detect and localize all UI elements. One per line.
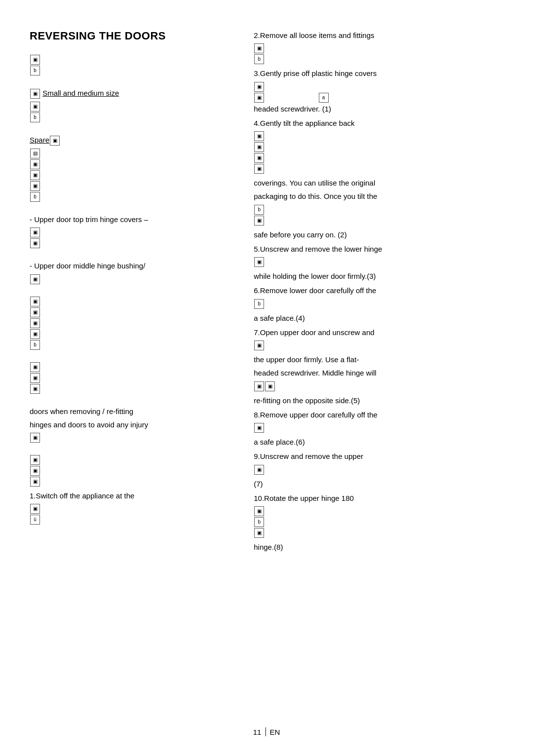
icon-r7-3: ▣ [265, 381, 275, 391]
icon-r7-2: ▣ [254, 381, 264, 391]
safe6-block: a safe place.(6) [254, 436, 503, 448]
step3-block: 3.Gently prise off plastic hinge covers … [254, 68, 503, 114]
icon-r10-2: b [254, 517, 264, 527]
step7-text: 7.Open upper door and unscrew and [254, 327, 503, 338]
coverings-text-1: coverings. You can utilise the original [254, 177, 503, 189]
step4-block: 4.Gently tilt the appliance back ▣ ▣ ▣ ▣ [254, 117, 503, 174]
doors-text-1: doors when removing / re-fitting [30, 406, 229, 417]
safe2-text: safe before you carry on. (2) [254, 229, 503, 240]
icon-spare-4: ▣ [30, 181, 40, 191]
icon-a5: b [30, 340, 40, 350]
icon-1b: b [30, 66, 40, 76]
while-block: while holding the lower door firmly.(3) [254, 270, 503, 282]
step8-text: 8.Remove upper door carefully off the [254, 409, 503, 420]
icon-doors-1: ▣ [30, 433, 40, 443]
icon-r4-1: ▣ [254, 131, 264, 141]
small-medium-text: ▣ Small and medium size [30, 87, 229, 99]
spare-icon: ▣ [50, 136, 60, 146]
icon-r2-2: b [254, 54, 264, 64]
icon-spare-1: ▤ [30, 149, 40, 158]
icon-r10-3: ▣ [254, 528, 264, 538]
hinge-block: hinge.(8) [254, 541, 503, 553]
upper-door-top-block: - Upper door top trim hinge covers – ▣ ▣ [30, 214, 229, 249]
icon-r4-2: ▣ [254, 142, 264, 152]
icon-r2-1: ▣ [254, 43, 264, 53]
step1-block: 1.Switch off the appliance at the ▣ ü [30, 490, 229, 525]
safe2-block: safe before you carry on. (2) [254, 229, 503, 240]
icon-c3: ▣ [30, 477, 40, 487]
icon-r6-1: b [254, 299, 264, 309]
icon-step1-2: ü [30, 515, 40, 525]
language-code: EN [269, 728, 280, 736]
footer-divider [265, 727, 266, 736]
headed-screwdriver-text: headed screwdriver. (1) [254, 103, 503, 114]
icon-r4-4: ▣ [254, 164, 264, 174]
icon-spare-2: ▣ [30, 159, 40, 169]
icon-a4: ▣ [30, 329, 40, 339]
page-number: 11 [253, 728, 262, 736]
icon-udm-1: ▣ [30, 274, 40, 284]
icon-b3: ▣ [30, 384, 40, 394]
refitting-block: re-fitting on the opposite side.(5) [254, 395, 503, 406]
icon-sm-prefix: ▣ [30, 89, 40, 99]
icon-r10-1: ▣ [254, 506, 264, 516]
safe4-text: a safe place.(4) [254, 312, 503, 324]
icon-b1: ▣ [30, 362, 40, 372]
small-medium-block: ▣ Small and medium size ▣ b [30, 87, 229, 123]
page-container: REVERSING THE DOORS ▣ b ▣ Small and medi… [0, 0, 533, 756]
step10-text: 10.Rotate the upper hinge 180 [254, 492, 503, 504]
icon-spare-5: b [30, 192, 40, 202]
icon-udt-1: ▣ [30, 227, 40, 237]
spare-block: Spare▣ ▤ ▣ ▣ ▣ b [30, 134, 229, 202]
upper-door-middle-block: - Upper door middle hinge bushing/ ▣ [30, 260, 229, 284]
step4-text: 4.Gently tilt the appliance back [254, 117, 503, 129]
icon-group-a: ▣ ▣ ▣ ▣ b [30, 296, 229, 350]
right-column: 2.Remove all loose items and fittings ▣ … [254, 30, 503, 556]
icon-step1-1: ▣ [30, 504, 40, 514]
safe4-block: a safe place.(4) [254, 312, 503, 324]
icon-r3-1: ▣ [254, 82, 264, 92]
icon-a1: ▣ [30, 297, 40, 306]
step9-num-text: (7) [254, 478, 503, 490]
doors-text-block: doors when removing / re-fitting hinges … [30, 406, 229, 444]
upper-door-middle-text: - Upper door middle hinge bushing/ [30, 260, 229, 271]
icon-group-c: ▣ ▣ ▣ [30, 454, 229, 487]
icon-a2: ▣ [30, 307, 40, 317]
left-column: REVERSING THE DOORS ▣ b ▣ Small and medi… [30, 30, 234, 556]
page-footer: 11 EN [253, 727, 280, 736]
step6-text: 6.Remove lower door carefully off the [254, 285, 503, 296]
icon-udt-2: ▣ [30, 238, 40, 248]
icon-cov-1: b [254, 205, 264, 215]
icon-b2: ▣ [30, 373, 40, 383]
icon-group-b: ▣ ▣ ▣ [30, 362, 229, 394]
icon-cov-2: ▣ [254, 216, 264, 226]
icon-sm-1: ▣ [30, 102, 40, 112]
icon-r4-3: ▣ [254, 153, 264, 163]
icon-r9-1: ▣ [254, 465, 264, 475]
step3-text: 3.Gently prise off plastic hinge covers [254, 68, 503, 79]
step6-block: 6.Remove lower door carefully off the b [254, 285, 503, 309]
icon-sm-2: b [30, 113, 40, 122]
safe6-text: a safe place.(6) [254, 436, 503, 448]
doors-text-2: hinges and doors to avoid any injury [30, 419, 229, 430]
left-icon-row-1: ▣ b [30, 54, 229, 76]
spare-text: Spare▣ [30, 134, 229, 146]
refitting-text: re-fitting on the opposite side.(5) [254, 395, 503, 406]
upper-door-top-text: - Upper door top trim hinge covers – [30, 214, 229, 225]
icon-r3-a: a [319, 93, 329, 103]
two-column-layout: REVERSING THE DOORS ▣ b ▣ Small and medi… [30, 30, 503, 556]
hinge-text: hinge.(8) [254, 541, 503, 553]
icon-r5-1: ▣ [254, 257, 264, 267]
icon-r7-1: ▣ [254, 340, 264, 350]
step2-text: 2.Remove all loose items and fittings [254, 30, 503, 41]
step9-text: 9.Unscrew and remove the upper [254, 451, 503, 462]
step1-text: 1.Switch off the appliance at the [30, 490, 229, 501]
upper-firm-text-2: headed screwdriver. Middle hinge will [254, 367, 503, 378]
upper-firm-text-1: the upper door firmly. Use a flat- [254, 354, 503, 365]
icon-r3-2: ▣ [254, 93, 264, 103]
coverings-text-2: packaging to do this. Once you tilt the [254, 190, 503, 202]
step5-text: 5.Unscrew and remove the lower hinge [254, 243, 503, 255]
icon-a3: ▣ [30, 318, 40, 328]
while-text: while holding the lower door firmly.(3) [254, 270, 503, 282]
icon-c2: ▣ [30, 466, 40, 476]
